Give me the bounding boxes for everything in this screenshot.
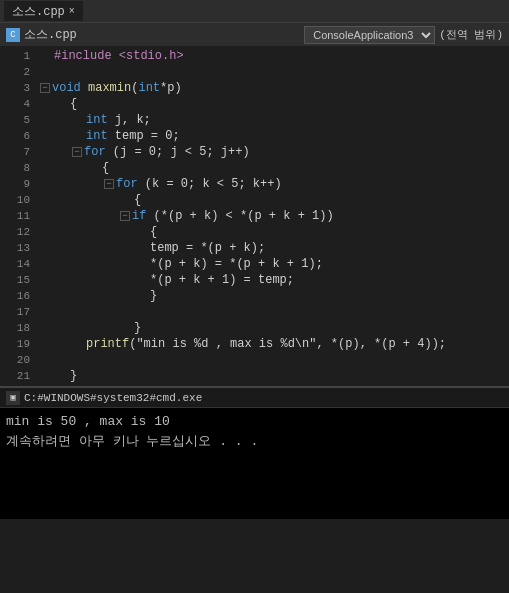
- code-line: [40, 304, 509, 320]
- code-line: int temp = 0;: [40, 128, 509, 144]
- project-dropdown[interactable]: ConsoleApplication3: [304, 26, 435, 44]
- line-number: 12: [0, 224, 30, 240]
- token-kw: if: [132, 208, 154, 224]
- line-number: 17: [0, 304, 30, 320]
- line-number: 21: [0, 368, 30, 384]
- line-number: 4: [0, 96, 30, 112]
- code-line: *(p + k) = *(p + k + 1);: [40, 256, 509, 272]
- code-line: −void maxmin(int*p): [40, 80, 509, 96]
- line-number: 6: [0, 128, 30, 144]
- line-number: 13: [0, 240, 30, 256]
- code-line: −for (k = 0; k < 5; k++): [40, 176, 509, 192]
- code-line: [40, 64, 509, 80]
- fold-button[interactable]: −: [120, 211, 130, 221]
- line-number: 14: [0, 256, 30, 272]
- line-number: 18: [0, 320, 30, 336]
- tab-label: 소스.cpp: [12, 3, 65, 20]
- code-line: #include <stdio.h>: [40, 48, 509, 64]
- code-line: int j, k;: [40, 112, 509, 128]
- line-number: 1: [0, 48, 30, 64]
- line-number: 5: [0, 112, 30, 128]
- code-line: {: [40, 224, 509, 240]
- title-bar: 소스.cpp ×: [0, 0, 509, 22]
- tab-close-button[interactable]: ×: [69, 6, 75, 17]
- token-plain: }: [150, 288, 157, 304]
- code-line: *(p + k + 1) = temp;: [40, 272, 509, 288]
- line-number: 19: [0, 336, 30, 352]
- code-line: −for (j = 0; j < 5; j++): [40, 144, 509, 160]
- token-plain: *(p + k + 1) = temp;: [150, 272, 294, 288]
- terminal-content: min is 50 , max is 10계속하려면 아무 키나 누르십시오 .…: [0, 408, 509, 456]
- token-plain: ("min is %d , max is %d\n", *(p), *(p + …: [129, 336, 446, 352]
- token-kw: int: [86, 112, 115, 128]
- toolbar: C 소스.cpp ConsoleApplication3 (전역 범위): [0, 22, 509, 46]
- token-plain: *p): [160, 80, 182, 96]
- code-line: }: [40, 320, 509, 336]
- line-number: 10: [0, 192, 30, 208]
- toolbar-filename: 소스.cpp: [24, 26, 77, 43]
- line-number: 2: [0, 64, 30, 80]
- code-line: }: [40, 368, 509, 384]
- token-plain: }: [70, 368, 77, 384]
- code-line: [40, 384, 509, 386]
- token-plain: *(p + k) = *(p + k + 1);: [150, 256, 323, 272]
- cmd-icon: ▣: [6, 391, 20, 405]
- terminal-line: min is 50 , max is 10: [6, 412, 503, 432]
- code-line: }: [40, 288, 509, 304]
- token-plain: {: [150, 224, 157, 240]
- code-line: temp = *(p + k);: [40, 240, 509, 256]
- token-plain: }: [134, 320, 141, 336]
- line-number: 15: [0, 272, 30, 288]
- line-number: 9: [0, 176, 30, 192]
- line-number: 11: [0, 208, 30, 224]
- line-number: 7: [0, 144, 30, 160]
- code-line: printf("min is %d , max is %d\n", *(p), …: [40, 336, 509, 352]
- token-plain: (k = 0; k < 5; k++): [145, 176, 282, 192]
- fold-button[interactable]: −: [40, 83, 50, 93]
- token-kw: for: [116, 176, 145, 192]
- cpp-file-icon: C: [6, 28, 20, 42]
- token-plain: {: [70, 96, 77, 112]
- token-plain: {: [134, 192, 141, 208]
- token-kw: for: [84, 144, 113, 160]
- token-plain: {: [102, 160, 109, 176]
- fold-button[interactable]: −: [104, 179, 114, 189]
- token-plain: temp = *(p + k);: [150, 240, 265, 256]
- file-tab[interactable]: 소스.cpp ×: [4, 1, 83, 21]
- code-line: {: [40, 192, 509, 208]
- token-fn: printf: [86, 336, 129, 352]
- terminal-line: 계속하려면 아무 키나 누르십시오 . . .: [6, 432, 503, 452]
- token-plain: (*(p + k) < *(p + k + 1)): [154, 208, 334, 224]
- line-number: 8: [0, 160, 30, 176]
- token-fn: maxmin: [88, 80, 131, 96]
- token-kw: int: [86, 128, 115, 144]
- token-plain: (j = 0; j < 5; j++): [113, 144, 250, 160]
- terminal-panel: ▣ C:#WINDOWS#system32#cmd.exe min is 50 …: [0, 386, 509, 519]
- fold-button[interactable]: −: [72, 147, 82, 157]
- line-number: 20: [0, 352, 30, 368]
- token-plain: j, k;: [115, 112, 151, 128]
- line-number: 22: [0, 384, 30, 386]
- code-line: −if (*(p + k) < *(p + k + 1)): [40, 208, 509, 224]
- code-area[interactable]: #include <stdio.h>−void maxmin(int*p){in…: [36, 46, 509, 386]
- token-kw: void: [52, 80, 88, 96]
- code-editor: 1234567891011121314151617181920212223242…: [0, 46, 509, 386]
- token-kw: int: [138, 80, 160, 96]
- token-plain: (: [131, 80, 138, 96]
- token-macro: #include <stdio.h>: [54, 48, 184, 64]
- line-number: 16: [0, 288, 30, 304]
- terminal-titlebar: ▣ C:#WINDOWS#system32#cmd.exe: [0, 388, 509, 408]
- token-plain: temp = 0;: [115, 128, 180, 144]
- code-line: {: [40, 96, 509, 112]
- line-numbers: 1234567891011121314151617181920212223242…: [0, 46, 36, 386]
- code-line: {: [40, 160, 509, 176]
- code-line: [40, 352, 509, 368]
- scope-label: (전역 범위): [439, 27, 503, 42]
- terminal-title: C:#WINDOWS#system32#cmd.exe: [24, 392, 202, 404]
- line-number: 3: [0, 80, 30, 96]
